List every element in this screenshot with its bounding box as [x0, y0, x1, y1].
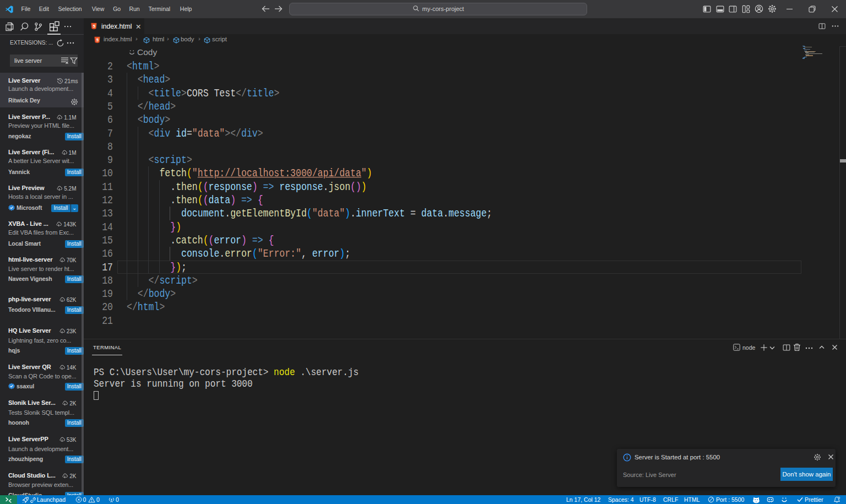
svg-text:5: 5 — [96, 37, 99, 42]
svg-text:5: 5 — [93, 24, 95, 29]
